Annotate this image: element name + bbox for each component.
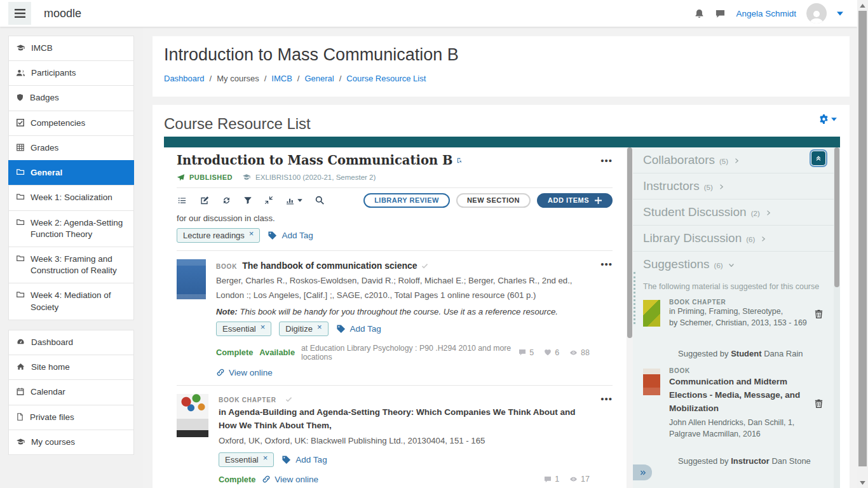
- suggestion-item-1[interactable]: BOOK CHAPTER in Priming, Framing, Stereo…: [633, 292, 834, 329]
- panel-section-collaborators[interactable]: Collaborators (5): [633, 147, 834, 173]
- scroll-down-arrow[interactable]: [857, 477, 868, 488]
- note-label: Note:: [216, 307, 240, 316]
- user-menu-caret-icon[interactable]: [837, 11, 843, 16]
- likes-count[interactable]: 6: [543, 348, 559, 357]
- remove-tag-icon[interactable]: ×: [317, 323, 322, 331]
- add-tag-button[interactable]: Add Tag: [281, 455, 327, 464]
- list-overflow-menu[interactable]: •••: [600, 156, 613, 165]
- user-avatar[interactable]: [806, 3, 827, 24]
- sidebar-item-calendar[interactable]: Calendar: [8, 379, 134, 405]
- panel-section-count: (5): [719, 158, 728, 165]
- sidebar-item-my-courses[interactable]: My courses: [8, 430, 134, 455]
- sidebar-item-participants[interactable]: Participants: [8, 60, 134, 86]
- search-icon[interactable]: [315, 195, 325, 205]
- item-imprint: London :; Los Angeles, [Calif.] ;, SAGE,…: [216, 289, 590, 302]
- panel-section-suggestions[interactable]: Suggestions (6): [633, 252, 834, 277]
- remove-tag-icon[interactable]: ×: [263, 454, 268, 462]
- settings-menu[interactable]: [818, 114, 837, 125]
- suggestion-title[interactable]: Communication and Midterm Elections - Me…: [669, 376, 809, 416]
- panel-section-label: Collaborators: [643, 153, 715, 167]
- item-status: Complete: [219, 475, 255, 484]
- comments-count[interactable]: 1: [543, 475, 559, 484]
- published-status: PUBLISHED: [189, 173, 233, 181]
- browser-scrollbar-thumb[interactable]: [858, 11, 867, 466]
- list-info-icon[interactable]: [456, 157, 463, 164]
- suggestion-cover-thumbnail: [643, 300, 660, 327]
- sidebar-item-week4[interactable]: Week 4: Mediation of Society: [8, 283, 134, 320]
- sidebar-item-private-files[interactable]: Private files: [8, 405, 134, 430]
- library-review-button[interactable]: LIBRARY REVIEW: [363, 193, 450, 208]
- sidebar-item-grades[interactable]: Grades: [8, 135, 134, 161]
- view-online-link[interactable]: View online: [216, 368, 273, 377]
- citation-item-2[interactable]: BOOK CHAPTER in Agenda-Building and Agen…: [177, 386, 613, 488]
- panel-section-student-discussion[interactable]: Student Discussion (2): [633, 200, 834, 226]
- add-tag-button[interactable]: Add Tag: [336, 324, 381, 334]
- add-items-button[interactable]: ADD ITEMS: [537, 193, 613, 208]
- hamburger-menu-button[interactable]: [8, 2, 31, 25]
- suggestion-authors: John Allen Hendricks, Dan Schill, 1,: [669, 417, 809, 428]
- item-title[interactable]: The handbook of communication science: [242, 259, 417, 273]
- notifications-bell-icon[interactable]: [694, 8, 705, 19]
- item-location: at Education Library Psychology : P90 .H…: [301, 344, 518, 362]
- remove-tag-icon[interactable]: ×: [261, 323, 266, 331]
- sidebar-item-imcb[interactable]: IMCB: [8, 36, 134, 61]
- panel-collapse-button[interactable]: [811, 151, 826, 166]
- sidebar-item-general[interactable]: General: [8, 160, 134, 186]
- sidebar-item-week3[interactable]: Week 3: Framing and Construction of Real…: [8, 247, 134, 283]
- eye-icon: [569, 475, 578, 483]
- count-value: 88: [581, 348, 590, 357]
- double-chevron-right-icon: [639, 469, 647, 477]
- analytics-icon[interactable]: [285, 195, 302, 205]
- trash-icon[interactable]: [814, 299, 824, 329]
- panel-section-label: Library Discussion: [643, 231, 742, 245]
- breadcrumb-general[interactable]: General: [304, 74, 334, 83]
- breadcrumb-separator: /: [210, 74, 212, 83]
- tag-icon: [281, 455, 291, 464]
- comments-count[interactable]: 5: [518, 348, 534, 357]
- citation-item-1[interactable]: BOOK The handbook of communication scien…: [177, 251, 613, 385]
- sidebar-item-label: Dashboard: [31, 337, 73, 348]
- panel-section-library-discussion[interactable]: Library Discussion (6): [633, 226, 834, 252]
- trash-icon[interactable]: [814, 367, 824, 440]
- site-brand[interactable]: moodle: [44, 7, 81, 20]
- add-tag-button[interactable]: Add Tag: [268, 231, 313, 240]
- sidebar-item-week1[interactable]: Week 1: Socialization: [8, 185, 134, 210]
- compress-icon[interactable]: [264, 196, 273, 205]
- panel-expand-button[interactable]: [633, 464, 652, 480]
- sidebar-item-competencies[interactable]: Competencies: [8, 111, 134, 136]
- breadcrumb-course-resource-list[interactable]: Course Resource List: [346, 74, 426, 83]
- panel-resize-handle[interactable]: [634, 272, 635, 324]
- scroll-up-arrow[interactable]: [857, 0, 868, 11]
- calendar-icon: [16, 387, 25, 396]
- sidebar-item-site-home[interactable]: Site home: [8, 355, 134, 380]
- sidebar-item-badges[interactable]: Badges: [8, 85, 134, 111]
- sidebar-item-dashboard[interactable]: Dashboard: [8, 330, 134, 355]
- sidebar-item-week2[interactable]: Week 2: Agenda-Setting Function Theory: [8, 210, 134, 247]
- filter-icon[interactable]: [243, 196, 252, 205]
- remove-tag-icon[interactable]: ×: [249, 229, 254, 238]
- view-list-icon[interactable]: [177, 196, 187, 205]
- refresh-icon[interactable]: [222, 196, 231, 205]
- item-overflow-menu[interactable]: •••: [600, 259, 613, 269]
- item-overflow-menu[interactable]: •••: [600, 393, 613, 404]
- breadcrumb-imcb[interactable]: IMCB: [271, 74, 292, 83]
- user-name-link[interactable]: Angela Schmidt: [736, 9, 796, 18]
- gear-icon: [818, 114, 829, 125]
- check-icon: [421, 262, 429, 270]
- suggestion-item-2[interactable]: BOOK Communication and Midterm Elections…: [633, 361, 834, 440]
- new-section-button[interactable]: NEW SECTION: [456, 193, 531, 208]
- comment-icon: [518, 348, 527, 356]
- page-title: Introduction to Mass Communication B: [164, 45, 850, 65]
- folder-icon: [16, 218, 25, 226]
- edit-list-icon[interactable]: [200, 196, 210, 205]
- messages-chat-icon[interactable]: [715, 8, 726, 19]
- panel-scrollbar-thumb[interactable]: [834, 147, 839, 287]
- chapter-title[interactable]: in Agenda-Building and Agenda-Setting Th…: [219, 406, 590, 433]
- list-scrollbar-thumb[interactable]: [627, 147, 632, 338]
- view-online-link[interactable]: View online: [262, 475, 318, 484]
- sidebar-item-label: Week 3: Framing and Construction of Real…: [31, 254, 126, 276]
- sidebar-item-label: Week 1: Socialization: [31, 192, 112, 203]
- panel-section-instructors[interactable]: Instructors (5): [633, 173, 834, 200]
- breadcrumb-dashboard[interactable]: Dashboard: [164, 74, 205, 83]
- hamburger-icon: [15, 9, 25, 18]
